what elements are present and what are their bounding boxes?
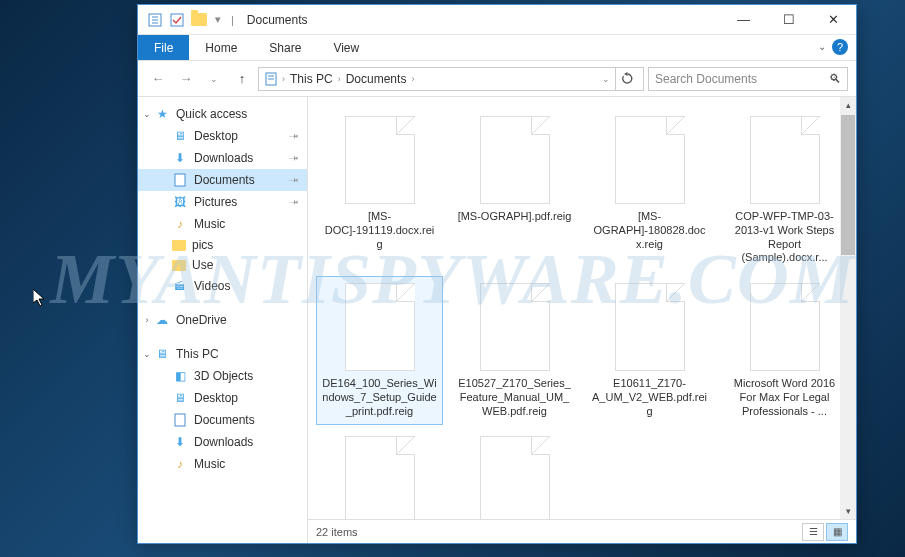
pin-icon: 📌︎ [287,173,302,188]
minimize-button[interactable]: — [721,5,766,35]
folder-icon [172,240,186,251]
tree-onedrive[interactable]: ›☁OneDrive [138,309,307,331]
ribbon: File Home Share View ⌄ ? [138,35,856,61]
sidebar-item-pics[interactable]: pics [138,235,307,255]
chevron-down-icon[interactable]: ⌄ [142,109,152,119]
sidebar-item-3dobjects[interactable]: ◧3D Objects [138,365,307,387]
chevron-right-icon[interactable]: › [279,74,288,84]
recent-dropdown-icon[interactable]: ⌄ [202,67,226,91]
close-button[interactable]: ✕ [811,5,856,35]
doc-icon [263,71,279,87]
ribbon-tab-home[interactable]: Home [189,35,253,60]
navigation-pane[interactable]: ⌄ ★ Quick access 🖥︎Desktop📌︎ ⬇Downloads📌… [138,97,308,543]
file-item[interactable]: [MS-OGRAPH]-180828.docx.reig [586,109,713,272]
properties-icon[interactable] [146,11,164,29]
file-icon [615,283,685,371]
mouse-cursor [33,289,49,313]
file-icon [345,116,415,204]
sidebar-item-use[interactable]: Use [138,255,307,275]
file-item[interactable] [316,429,443,519]
content-area: ⌄ ★ Quick access 🖥︎Desktop📌︎ ⬇Downloads📌… [138,97,856,543]
music-icon: ♪ [172,216,188,232]
sidebar-item-downloads2[interactable]: ⬇Downloads [138,431,307,453]
folder-icon[interactable] [190,11,208,29]
forward-button[interactable]: → [174,67,198,91]
star-icon: ★ [154,106,170,122]
titlebar[interactable]: ▾ | Documents — ☐ ✕ [138,5,856,35]
up-button[interactable]: ↑ [230,67,254,91]
desktop-icon: 🖥︎ [172,128,188,144]
file-icon [480,116,550,204]
sidebar-item-pictures[interactable]: 🖼︎Pictures📌︎ [138,191,307,213]
scroll-down-icon[interactable]: ▾ [840,503,856,519]
file-item[interactable] [451,429,578,519]
doc-icon [172,412,188,428]
file-item[interactable]: E10611_Z170-A_UM_V2_WEB.pdf.reig [586,276,713,425]
quick-access-label: Quick access [176,107,247,121]
search-icon[interactable]: 🔍︎ [829,72,841,86]
scroll-up-icon[interactable]: ▴ [840,97,856,113]
sidebar-item-desktop2[interactable]: 🖥︎Desktop [138,387,307,409]
download-icon: ⬇ [172,434,188,450]
picture-icon: 🖼︎ [172,194,188,210]
breadcrumb-thispc[interactable]: This PC [288,72,335,86]
back-button[interactable]: ← [146,67,170,91]
scrollbar[interactable]: ▴ ▾ [840,97,856,519]
qat-icon[interactable] [168,11,186,29]
icons-view-button[interactable]: ▦ [826,523,848,541]
sidebar-item-documents2[interactable]: Documents [138,409,307,431]
window-title: Documents [247,13,308,27]
sidebar-item-videos[interactable]: 🎬︎Videos [138,275,307,297]
chevron-right-icon[interactable]: › [142,315,152,325]
ribbon-expand-icon[interactable]: ⌄ [818,41,826,52]
svg-rect-9 [175,414,185,426]
address-dropdown-icon[interactable]: ⌄ [599,74,613,84]
pin-icon: 📌︎ [287,129,302,144]
chevron-right-icon[interactable]: › [408,74,417,84]
music-icon: ♪ [172,456,188,472]
search-input[interactable]: Search Documents 🔍︎ [648,67,848,91]
scroll-thumb[interactable] [841,115,855,255]
file-item[interactable]: COP-WFP-TMP-03-2013-v1 Work Steps Report… [721,109,848,272]
breadcrumb-documents[interactable]: Documents [344,72,409,86]
maximize-button[interactable]: ☐ [766,5,811,35]
qat-dropdown-icon[interactable]: ▾ [215,13,221,26]
chevron-down-icon[interactable]: ⌄ [142,349,152,359]
file-item[interactable]: E10527_Z170_Series_Feature_Manual_UM_WEB… [451,276,578,425]
file-item[interactable]: [MS-OGRAPH].pdf.reig [451,109,578,272]
quick-access-toolbar: ▾ | Documents [138,11,308,29]
file-icon [750,116,820,204]
3d-icon: ◧ [172,368,188,384]
sidebar-item-documents[interactable]: Documents📌︎ [138,169,307,191]
help-icon[interactable]: ? [832,39,848,55]
file-explorer-window: ▾ | Documents — ☐ ✕ File Home Share View… [137,4,857,544]
svg-rect-8 [175,174,185,186]
search-placeholder: Search Documents [655,72,757,86]
sidebar-item-music2[interactable]: ♪Music [138,453,307,475]
ribbon-tab-file[interactable]: File [138,35,189,60]
details-view-button[interactable]: ☰ [802,523,824,541]
sidebar-item-downloads[interactable]: ⬇Downloads📌︎ [138,147,307,169]
file-item[interactable]: Microsoft Word 2016 For Max For Legal Pr… [721,276,848,425]
file-icon [750,283,820,371]
ribbon-tab-share[interactable]: Share [253,35,317,60]
file-item[interactable]: DE164_100_Series_Windows_7_Setup_Guide_p… [316,276,443,425]
view-switcher: ☰ ▦ [802,523,848,541]
ribbon-tab-view[interactable]: View [317,35,375,60]
files-grid[interactable]: [MS-DOC]-191119.docx.reig [MS-OGRAPH].pd… [308,97,856,519]
file-item[interactable]: [MS-DOC]-191119.docx.reig [316,109,443,272]
tree-thispc[interactable]: ⌄🖥︎This PC [138,343,307,365]
item-count: 22 items [316,526,358,538]
chevron-right-icon[interactable]: › [335,74,344,84]
address-bar[interactable]: › This PC › Documents › ⌄ [258,67,644,91]
download-icon: ⬇ [172,150,188,166]
tree-quick-access[interactable]: ⌄ ★ Quick access [138,103,307,125]
sidebar-item-music[interactable]: ♪Music [138,213,307,235]
sidebar-item-desktop[interactable]: 🖥︎Desktop📌︎ [138,125,307,147]
window-controls: — ☐ ✕ [721,5,856,35]
file-icon [345,283,415,371]
refresh-button[interactable] [615,67,639,91]
status-bar: 22 items ☰ ▦ [308,519,856,543]
cloud-icon: ☁ [154,312,170,328]
desktop-icon: 🖥︎ [172,390,188,406]
